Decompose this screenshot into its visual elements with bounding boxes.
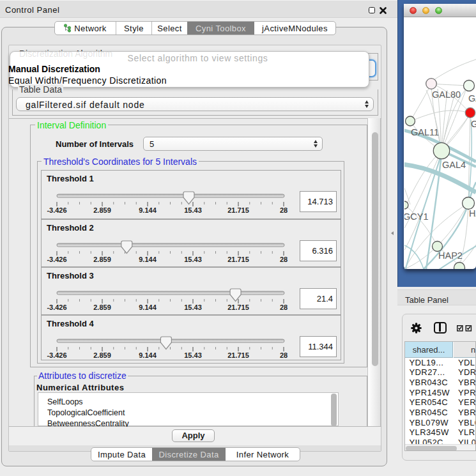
svg-text:9.144: 9.144 xyxy=(139,303,157,311)
svg-text:28: 28 xyxy=(280,303,288,311)
svg-text:15.43: 15.43 xyxy=(184,206,202,214)
svg-text:9.144: 9.144 xyxy=(139,256,157,263)
svg-text:28: 28 xyxy=(280,351,288,359)
svg-text:28: 28 xyxy=(280,206,288,214)
svg-text:GAL11: GAL11 xyxy=(411,127,439,137)
svg-text:9.144: 9.144 xyxy=(139,206,157,214)
svg-text:15.43: 15.43 xyxy=(184,351,202,359)
svg-text:2.859: 2.859 xyxy=(93,303,111,311)
svg-text:2.859: 2.859 xyxy=(93,206,111,214)
svg-text:-3.426: -3.426 xyxy=(47,303,66,311)
svg-text:21.715: 21.715 xyxy=(227,351,249,359)
svg-text:-3.426: -3.426 xyxy=(47,256,66,263)
svg-text:28: 28 xyxy=(280,256,288,263)
svg-text:21.715: 21.715 xyxy=(227,256,249,263)
svg-text:21.715: 21.715 xyxy=(227,206,249,214)
svg-text:15.43: 15.43 xyxy=(184,303,202,311)
svg-text:15.43: 15.43 xyxy=(184,256,202,263)
svg-text:2.859: 2.859 xyxy=(93,351,111,359)
svg-text:-3.426: -3.426 xyxy=(47,206,66,214)
svg-text:-3.426: -3.426 xyxy=(47,351,66,359)
svg-text:G: G xyxy=(471,119,476,129)
svg-text:HA: HA xyxy=(469,208,476,219)
svg-text:HAP2: HAP2 xyxy=(438,250,463,261)
svg-text:9.144: 9.144 xyxy=(139,351,157,359)
svg-text:GA: GA xyxy=(468,93,476,104)
svg-text:21.715: 21.715 xyxy=(227,303,249,311)
svg-text:GAL4: GAL4 xyxy=(442,160,466,170)
svg-text:2.859: 2.859 xyxy=(93,256,111,263)
svg-text:GCY1: GCY1 xyxy=(404,211,429,222)
svg-text:GAL80: GAL80 xyxy=(432,89,461,100)
